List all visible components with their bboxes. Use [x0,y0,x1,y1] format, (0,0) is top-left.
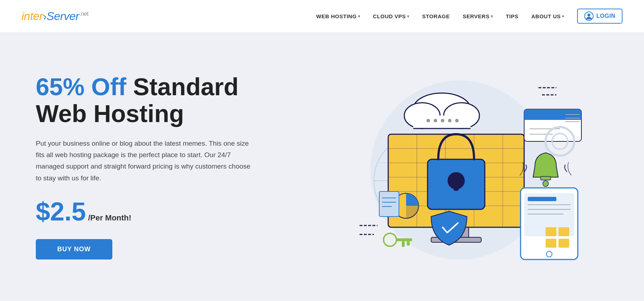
price-amount: $2.5 [36,197,86,226]
hero-headline-blue: 65% Off [36,73,126,100]
buy-now-button[interactable]: BUY NOW [36,239,112,259]
svg-rect-54 [558,239,569,248]
svg-point-65 [543,181,548,186]
hero-content: 65% Off StandardWeb Hosting Put your bus… [36,73,286,259]
svg-point-30 [426,119,430,122]
logo-server: Server [47,10,79,23]
logo-inter: inter [21,10,43,23]
chevron-down-icon: ▾ [491,14,493,18]
svg-rect-51 [546,227,556,236]
logo-net: .net [79,11,88,17]
svg-rect-25 [454,181,459,191]
nav-web-hosting[interactable]: WEB HOSTING ▾ [316,13,360,19]
svg-point-33 [448,119,452,122]
svg-rect-47 [528,197,556,201]
main-nav: WEB HOSTING ▾ CLOUD VPS ▾ STORAGE SERVER… [316,9,623,24]
svg-point-32 [441,119,444,122]
svg-rect-52 [558,227,569,236]
svg-point-41 [384,233,396,246]
hero-headline: 65% Off StandardWeb Hosting [36,73,286,127]
hosting-illustration [317,63,585,270]
svg-point-34 [455,119,459,122]
login-button[interactable]: LOGIN [577,9,623,24]
nav-cloud-vps[interactable]: CLOUD VPS ▾ [373,13,409,19]
svg-point-1 [587,14,590,16]
svg-rect-53 [546,239,556,248]
hero-section: 65% Off StandardWeb Hosting Put your bus… [0,32,644,301]
svg-rect-44 [402,241,405,247]
svg-rect-64 [541,176,551,180]
chevron-down-icon: ▾ [407,14,409,18]
svg-rect-42 [396,238,412,241]
nav-storage[interactable]: STORAGE [422,13,450,19]
hero-price: $2.5 /Per Month! [36,197,286,226]
nav-about-us[interactable]: ABOUT US ▾ [531,13,564,19]
svg-point-31 [434,119,437,122]
hero-illustration [286,63,615,270]
svg-rect-43 [407,241,410,246]
header: inter‹Server.net WEB HOSTING ▾ CLOUD VPS… [0,0,644,32]
chevron-down-icon: ▾ [358,14,360,18]
logo[interactable]: inter‹Server.net [21,10,88,23]
chevron-down-icon: ▾ [562,14,564,18]
nav-servers[interactable]: SERVERS ▾ [463,13,493,19]
hero-description: Put your business online or blog about t… [36,138,258,184]
price-period: /Per Month! [88,213,131,223]
person-icon [584,11,594,21]
svg-rect-37 [379,191,399,217]
nav-tips[interactable]: TIPS [506,13,518,19]
